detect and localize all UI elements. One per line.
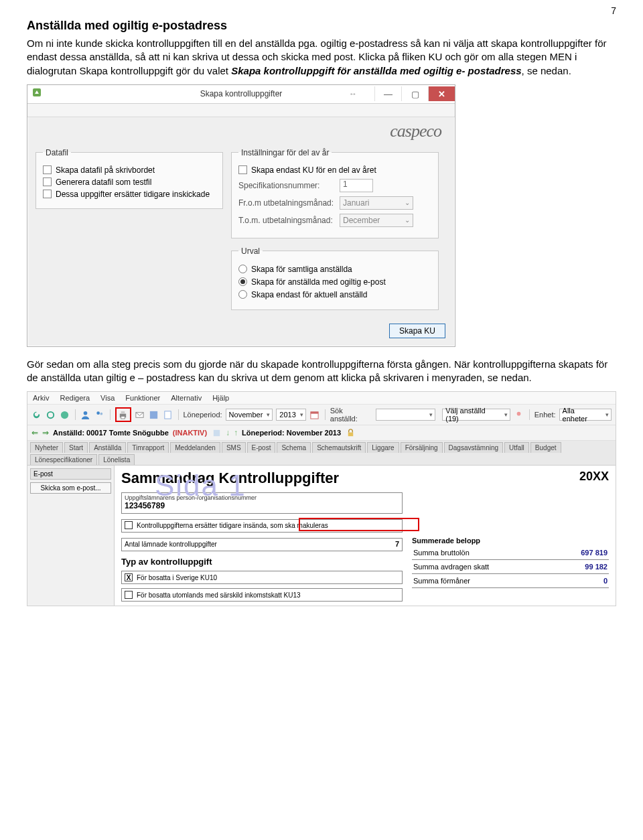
sum-brutto-amount: 697 819 (581, 549, 608, 557)
org-number-value: 123456789 (125, 501, 399, 510)
choose-employee-select[interactable]: Välj anställd (19) (442, 409, 510, 421)
document-preview: Sida 1 20XX Sammandrag Kontrolluppgifter… (115, 466, 616, 606)
unit-select[interactable]: Alla enheter (559, 409, 612, 421)
menu-hjalp[interactable]: Hjälp (212, 394, 229, 402)
lock-icon[interactable] (345, 427, 356, 438)
context-row: ⇐ ⇒ Anställd: 00017 Tomte Snögubbe (INAK… (27, 425, 616, 441)
type-ku13-checkbox[interactable] (125, 591, 133, 599)
from-month-select[interactable]: Januari⌄ (340, 196, 413, 210)
doc-icon[interactable] (163, 409, 173, 420)
menu-arkiv[interactable]: Arkiv (33, 394, 49, 402)
datafil-legend: Datafil (43, 148, 71, 157)
period-year-select[interactable]: 2013 (276, 409, 305, 421)
system-menu-icon[interactable] (31, 87, 45, 100)
tab-forsaljning[interactable]: Försäljning (401, 442, 443, 453)
users-icon[interactable] (94, 409, 105, 420)
urval-legend: Urval (238, 247, 263, 256)
radio-all-employees[interactable] (238, 265, 247, 273)
checkbox-datafil-test[interactable] (43, 178, 52, 186)
user-icon[interactable] (80, 409, 91, 420)
tab-utfall[interactable]: Utfall (504, 442, 529, 453)
note-icon[interactable] (211, 427, 222, 438)
tab-budget[interactable]: Budget (530, 442, 561, 453)
replace-checkbox[interactable] (125, 521, 133, 529)
menu-alternativ[interactable]: Alternativ (171, 394, 202, 402)
type-ku10-row: X För bosatta i Sverige KU10 (121, 571, 403, 584)
tab-epost[interactable]: E-post (247, 442, 276, 453)
intro-paragraph: Om ni inte kunde skicka kontrolluppgifte… (27, 37, 616, 78)
tab-schemautskrift[interactable]: Schemautskrift (312, 442, 366, 453)
sync-icon[interactable] (46, 409, 56, 420)
tab-dagsavstamning[interactable]: Dagsavstämning (444, 442, 503, 453)
skapa-ku-button[interactable]: Skapa KU (389, 324, 445, 338)
svg-rect-7 (121, 411, 125, 414)
type-ku13-row: För bosatta utomlands med särskild inkom… (121, 588, 403, 602)
mail-icon[interactable] (135, 409, 145, 420)
user-picker-icon[interactable] (514, 409, 524, 420)
sum-header: Summerade belopp (412, 537, 609, 545)
checkbox-replace-previous[interactable] (43, 190, 52, 198)
sum-skatt-label: Summa avdragen skatt (413, 563, 489, 571)
page-number: 7 (27, 0, 616, 16)
minimize-button[interactable]: — (374, 86, 401, 101)
forward-arrow-icon[interactable]: ⇒ (42, 428, 49, 437)
label-all-employees: Skapa för samtliga anställda (251, 265, 352, 274)
main-toolbar: Löneperiod: November 2013 Sök anställd: … (27, 405, 616, 425)
type-ku10-checkbox[interactable]: X (125, 573, 133, 581)
back-arrow-icon[interactable]: ⇐ (31, 428, 38, 437)
type-header: Typ av kontrolluppgift (121, 557, 403, 567)
sum-row-brutto: Summa bruttolön 697 819 (412, 546, 609, 560)
svg-rect-16 (348, 432, 353, 436)
menu-funktioner[interactable]: Funktioner (125, 394, 160, 402)
to-month-value: December (343, 216, 380, 225)
up-arrow-icon[interactable]: ↑ (234, 428, 238, 437)
calendar-icon[interactable] (309, 409, 320, 420)
tab-anstallda[interactable]: Anställda (89, 442, 126, 453)
resize-grip-icon[interactable]: ↔ (349, 89, 357, 98)
sum-formaner-label: Summa förmåner (413, 577, 470, 585)
send-email-button[interactable]: Skicka som e-post... (30, 482, 111, 494)
svg-point-3 (84, 411, 88, 415)
doc-title: Sammandrag Kontrolluppgifter (121, 470, 609, 487)
globe-icon[interactable] (60, 409, 70, 420)
tab-nyheter[interactable]: Nyheter (30, 442, 63, 453)
sum-brutto-label: Summa bruttolön (413, 549, 470, 557)
tab-lonespec[interactable]: Lönespecifikationer (30, 454, 97, 465)
tab-lonelista[interactable]: Lönelista (98, 454, 135, 465)
tab-meddelanden[interactable]: Meddelanden (170, 442, 220, 453)
spec-number-label: Specifikationsnummer: (238, 181, 336, 190)
svg-point-5 (100, 413, 103, 415)
caspeco-logo: caspeco (390, 121, 441, 141)
year-label: 20XX (579, 470, 609, 484)
svg-rect-11 (165, 411, 171, 419)
search-employee-input[interactable] (376, 409, 436, 421)
menu-visa[interactable]: Visa (100, 394, 115, 402)
checkbox-partial-year[interactable] (238, 165, 247, 174)
paragraph-2: Gör sedan om alla steg precis som du gjo… (27, 358, 616, 385)
refresh-icon[interactable] (31, 409, 42, 420)
tab-liggare[interactable]: Liggare (367, 442, 399, 453)
menubar: Arkiv Redigera Visa Funktioner Alternati… (27, 392, 616, 405)
settings-fieldset: Inställningar för del av år Skapa endast… (231, 148, 439, 238)
org-number-label: Uppgiftslämnarens person-/organisationsn… (125, 494, 399, 501)
menu-redigera[interactable]: Redigera (60, 394, 90, 402)
spec-number-input[interactable]: 1 (340, 179, 373, 192)
period-month-select[interactable]: November (226, 409, 273, 421)
para1-tail: , se nedan. (522, 65, 571, 76)
print-icon[interactable] (118, 409, 129, 420)
type-ku10-label: För bosatta i Sverige KU10 (137, 574, 217, 581)
tab-sms[interactable]: SMS (222, 442, 246, 453)
type-ku13-label: För bosatta utomlands med särskild inkom… (137, 591, 301, 599)
checkbox-datafil-desktop[interactable] (43, 165, 52, 174)
radio-current-employee[interactable] (238, 290, 247, 299)
down-arrow-icon[interactable]: ↓ (226, 428, 230, 437)
tab-start[interactable]: Start (64, 442, 88, 453)
tab-schema[interactable]: Schema (277, 442, 311, 453)
close-button[interactable]: ✕ (428, 86, 455, 101)
radio-invalid-email[interactable] (238, 277, 247, 286)
maximize-button[interactable]: ▢ (401, 86, 428, 101)
save-icon[interactable] (149, 409, 159, 420)
tab-timrapport[interactable]: Timrapport (127, 442, 169, 453)
search-label: Sök anställd: (330, 407, 372, 423)
to-month-select[interactable]: December⌄ (340, 214, 413, 227)
